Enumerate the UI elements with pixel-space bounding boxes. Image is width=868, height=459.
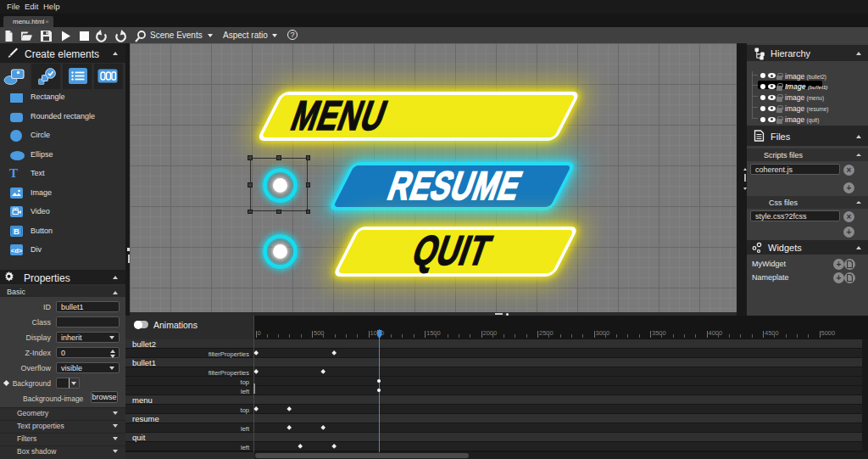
svg-text:<d>: <d> (11, 247, 23, 255)
svg-text:B: B (14, 227, 19, 236)
